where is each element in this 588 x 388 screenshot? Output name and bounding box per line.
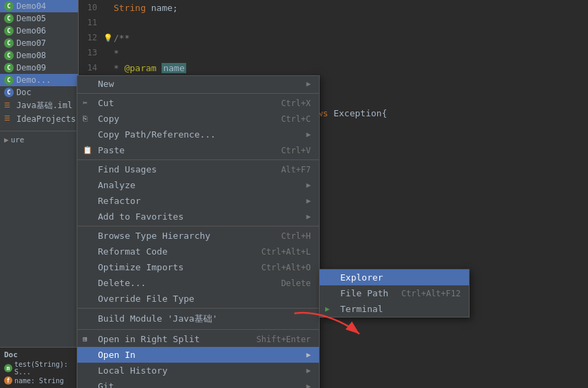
sidebar-item-demo05[interactable]: C Demo05	[0, 12, 78, 25]
menu-label-open-in: Open In	[98, 350, 136, 360]
sidebar-item-demo-selected[interactable]: C Demo...	[0, 74, 78, 86]
menu-item-override[interactable]: Override File Type	[77, 291, 319, 307]
structure-label: ure	[11, 135, 25, 144]
paste-icon: 📋	[83, 146, 92, 155]
browse-hierarchy-shortcut: Ctrl+H	[281, 231, 311, 241]
sidebar-item-demo09[interactable]: C Demo09	[0, 62, 78, 74]
menu-item-open-in[interactable]: Open In ▶	[77, 347, 319, 363]
sidebar-item-label: Java基础.iml	[16, 100, 73, 112]
demo09-icon: C	[4, 63, 14, 73]
menu-item-browse-hierarchy[interactable]: Browse Type Hierarchy Ctrl+H	[77, 228, 319, 244]
menu-label-add-favorites: Add to Favorites	[98, 211, 183, 222]
open-in-submenu: Explorer File Path Ctrl+Alt+F12 ▶ Termin…	[319, 269, 470, 318]
menu-item-copy-path[interactable]: Copy Path/Reference... ▶	[77, 127, 319, 142]
open-right-split-shortcut: Shift+Enter	[257, 335, 311, 344]
menu-item-build-module[interactable]: Build Module 'Java基础'	[77, 310, 319, 328]
submenu-item-terminal[interactable]: ▶ Terminal	[320, 301, 469, 317]
menu-label-delete: Delete...	[98, 278, 146, 288]
menu-item-paste[interactable]: 📋 Paste Ctrl+V	[77, 142, 319, 158]
submenu-item-file-path[interactable]: File Path Ctrl+Alt+F12	[320, 285, 469, 301]
menu-separator-5	[77, 329, 319, 330]
git-arrow-icon: ▶	[306, 382, 311, 388]
submenu-label-terminal: Terminal	[340, 304, 383, 314]
menu-item-analyze[interactable]: Analyze ▶	[77, 177, 319, 193]
menu-item-find-usages[interactable]: Find Usages Alt+F7	[77, 161, 319, 177]
line-num-11: 11	[79, 18, 103, 27]
menu-item-cut[interactable]: ✂ Cut Ctrl+X	[77, 95, 319, 111]
local-history-arrow-icon: ▶	[306, 366, 311, 375]
menu-item-optimize[interactable]: Optimize Imports Ctrl+Alt+O	[77, 259, 319, 275]
sidebar-item-doc[interactable]: C Doc	[0, 86, 78, 99]
sidebar: C Demo04 C Demo05 C Demo06 C Demo07 C De…	[0, 0, 79, 388]
sidebar-item-demo08[interactable]: C Demo08	[0, 49, 78, 62]
menu-item-add-favorites[interactable]: Add to Favorites ▶	[77, 209, 319, 224]
sidebar-item-label: Demo07	[16, 38, 46, 48]
demo06-icon: C	[4, 26, 14, 36]
ide-background: C Demo04 C Demo05 C Demo06 C Demo07 C De…	[0, 0, 588, 388]
cut-icon: ✂	[83, 99, 88, 107]
menu-item-open-right-split[interactable]: ⊞ Open in Right Split Shift+Enter	[77, 331, 319, 347]
open-in-arrow-icon: ▶	[306, 350, 311, 359]
menu-label-copy: Copy	[98, 114, 119, 124]
copy-icon: ⎘	[83, 114, 88, 123]
sidebar-item-idea-projects[interactable]: ☰ IdeaProjects.im...	[0, 113, 78, 125]
optimize-shortcut: Ctrl+Alt+O	[261, 263, 311, 272]
java-iml-icon: ☰	[4, 101, 14, 111]
file-path-shortcut: Ctrl+Alt+F12	[401, 289, 461, 298]
menu-item-delete[interactable]: Delete... Delete	[77, 275, 319, 291]
doc-icon: C	[4, 88, 14, 97]
menu-item-copy[interactable]: ⎘ Copy Ctrl+C	[77, 111, 319, 127]
menu-label-new: New	[98, 79, 114, 89]
sidebar-item-label: Demo05	[16, 14, 46, 23]
demo04-icon: C	[4, 1, 14, 11]
menu-label-analyze: Analyze	[98, 180, 136, 190]
menu-separator-1	[77, 93, 319, 94]
doc-panel-title: Doc	[4, 350, 75, 359]
line-num-12: 12	[79, 33, 103, 42]
new-arrow-icon: ▶	[306, 79, 311, 88]
cut-shortcut: Ctrl+X	[281, 99, 311, 108]
sidebar-item-demo06[interactable]: C Demo06	[0, 25, 78, 37]
doc-item-test[interactable]: m test(String): S...	[4, 361, 75, 376]
line-num-13: 13	[79, 48, 103, 57]
menu-label-refactor: Refactor	[98, 196, 141, 206]
structure-icon: ▶	[4, 135, 9, 144]
sidebar-item-demo07[interactable]: C Demo07	[0, 37, 78, 49]
sidebar-item-java-iml[interactable]: ☰ Java基础.iml	[0, 99, 78, 113]
context-menu: New ▶ ✂ Cut Ctrl+X ⎘ Copy Ctrl+C Copy Pa…	[77, 75, 320, 388]
sidebar-item-label: Demo...	[16, 75, 51, 85]
menu-label-git: Git	[98, 381, 114, 388]
submenu-item-explorer[interactable]: Explorer	[320, 270, 469, 285]
menu-item-refactor[interactable]: Refactor ▶	[77, 193, 319, 209]
menu-label-override: Override File Type	[98, 294, 194, 304]
line-num-10: 10	[79, 3, 103, 12]
sidebar-item-label: Doc	[16, 88, 31, 97]
menu-label-open-right-split: Open in Right Split	[98, 334, 200, 344]
menu-label-build-module: Build Module 'Java基础'	[98, 313, 218, 325]
demo05-icon: C	[4, 14, 14, 23]
paste-shortcut: Ctrl+V	[281, 146, 311, 155]
reformat-shortcut: Ctrl+Alt+L	[261, 247, 311, 257]
test-method-label: test(String): S...	[14, 361, 75, 376]
sidebar-item-demo04[interactable]: C Demo04	[0, 0, 78, 12]
menu-label-reformat: Reformat Code	[98, 246, 168, 257]
menu-label-local-history: Local History	[98, 365, 168, 376]
menu-label-copy-path: Copy Path/Reference...	[98, 129, 216, 140]
analyze-arrow-icon: ▶	[306, 181, 311, 190]
demo07-icon: C	[4, 38, 14, 48]
sidebar-item-label: Demo09	[16, 63, 46, 73]
doc-item-name[interactable]: f name: String	[4, 376, 75, 385]
doc-panel: Doc m test(String): S... f name: String	[0, 347, 79, 388]
menu-item-git[interactable]: Git ▶	[77, 378, 319, 388]
menu-label-browse-hierarchy: Browse Type Hierarchy	[98, 231, 210, 241]
submenu-label-file-path: File Path	[340, 288, 388, 298]
menu-item-local-history[interactable]: Local History ▶	[77, 363, 319, 378]
delete-shortcut: Delete	[281, 279, 311, 288]
menu-item-new[interactable]: New ▶	[77, 76, 319, 92]
menu-item-reformat[interactable]: Reformat Code Ctrl+Alt+L	[77, 244, 319, 259]
name-field-icon: f	[4, 376, 12, 385]
find-usages-shortcut: Alt+F7	[281, 165, 311, 174]
menu-label-optimize: Optimize Imports	[98, 262, 183, 272]
sidebar-item-label: Demo04	[16, 1, 46, 11]
line-num-14: 14	[79, 63, 103, 73]
